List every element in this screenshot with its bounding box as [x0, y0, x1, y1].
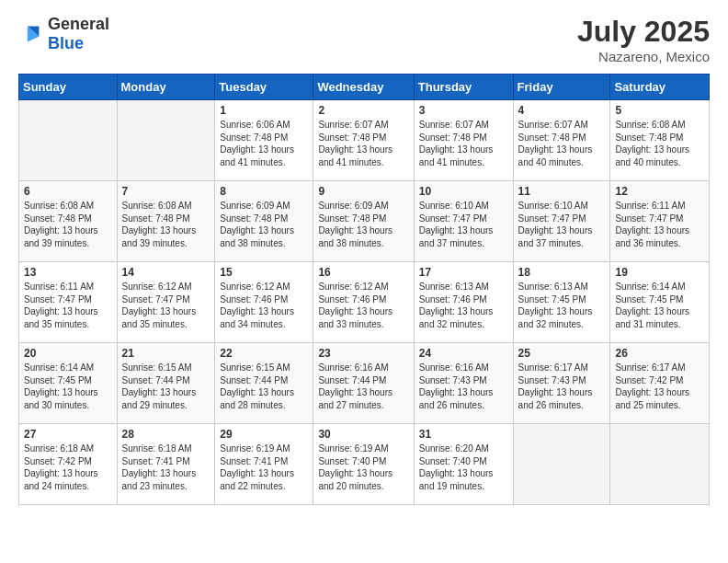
day-info: Sunrise: 6:12 AMSunset: 7:46 PMDaylight:…: [220, 281, 308, 330]
col-thursday: Thursday: [414, 75, 513, 100]
day-number: 26: [615, 347, 704, 360]
calendar-cell: [117, 100, 215, 181]
day-info: Sunrise: 6:10 AMSunset: 7:47 PMDaylight:…: [518, 200, 606, 249]
day-number: 30: [318, 428, 408, 441]
calendar-cell: 18Sunrise: 6:13 AMSunset: 7:45 PMDayligh…: [513, 262, 610, 343]
day-info: Sunrise: 6:16 AMSunset: 7:43 PMDaylight:…: [419, 362, 508, 411]
calendar-cell: [19, 100, 118, 181]
day-number: 21: [122, 347, 210, 360]
calendar-header: Sunday Monday Tuesday Wednesday Thursday…: [19, 75, 710, 100]
calendar-week-5: 27Sunrise: 6:18 AMSunset: 7:42 PMDayligh…: [19, 424, 710, 505]
calendar-cell: 3Sunrise: 6:07 AMSunset: 7:48 PMDaylight…: [414, 100, 513, 181]
day-info: Sunrise: 6:19 AMSunset: 7:40 PMDaylight:…: [318, 442, 408, 492]
day-info: Sunrise: 6:06 AMSunset: 7:48 PMDaylight:…: [220, 119, 308, 168]
calendar-cell: 5Sunrise: 6:08 AMSunset: 7:48 PMDaylight…: [610, 100, 710, 181]
logo-text: General Blue: [48, 15, 109, 53]
header-row: Sunday Monday Tuesday Wednesday Thursday…: [19, 75, 710, 100]
logo-blue: Blue: [48, 34, 84, 52]
page: General Blue July 2025 Nazareno, Mexico …: [0, 0, 728, 563]
col-friday: Friday: [513, 75, 610, 100]
calendar-cell: 12Sunrise: 6:11 AMSunset: 7:47 PMDayligh…: [610, 181, 710, 262]
day-info: Sunrise: 6:08 AMSunset: 7:48 PMDaylight:…: [122, 200, 210, 249]
day-number: 8: [220, 185, 308, 198]
calendar-cell: 10Sunrise: 6:10 AMSunset: 7:47 PMDayligh…: [414, 181, 513, 262]
day-number: 9: [318, 185, 408, 198]
calendar-week-1: 1Sunrise: 6:06 AMSunset: 7:48 PMDaylight…: [19, 100, 710, 181]
col-monday: Monday: [117, 75, 215, 100]
day-number: 18: [518, 266, 606, 279]
logo-general: General: [48, 15, 109, 33]
calendar-cell: 27Sunrise: 6:18 AMSunset: 7:42 PMDayligh…: [19, 424, 118, 505]
day-number: 20: [24, 347, 112, 360]
day-number: 10: [419, 185, 508, 198]
calendar-cell: 29Sunrise: 6:19 AMSunset: 7:41 PMDayligh…: [215, 424, 313, 505]
calendar-cell: 17Sunrise: 6:13 AMSunset: 7:46 PMDayligh…: [414, 262, 513, 343]
day-number: 2: [318, 104, 408, 117]
logo: General Blue: [18, 15, 109, 53]
calendar-cell: 16Sunrise: 6:12 AMSunset: 7:46 PMDayligh…: [313, 262, 414, 343]
day-info: Sunrise: 6:14 AMSunset: 7:45 PMDaylight:…: [24, 362, 112, 411]
day-info: Sunrise: 6:15 AMSunset: 7:44 PMDaylight:…: [220, 362, 308, 411]
calendar-cell: 19Sunrise: 6:14 AMSunset: 7:45 PMDayligh…: [610, 262, 710, 343]
day-info: Sunrise: 6:08 AMSunset: 7:48 PMDaylight:…: [615, 119, 704, 168]
day-number: 14: [122, 266, 210, 279]
day-number: 23: [318, 347, 408, 360]
calendar-cell: 14Sunrise: 6:12 AMSunset: 7:47 PMDayligh…: [117, 262, 215, 343]
day-number: 1: [220, 104, 308, 117]
calendar-cell: 2Sunrise: 6:07 AMSunset: 7:48 PMDaylight…: [313, 100, 414, 181]
calendar-week-2: 6Sunrise: 6:08 AMSunset: 7:48 PMDaylight…: [19, 181, 710, 262]
day-number: 6: [24, 185, 112, 198]
day-info: Sunrise: 6:18 AMSunset: 7:42 PMDaylight:…: [24, 442, 112, 492]
calendar-cell: 26Sunrise: 6:17 AMSunset: 7:42 PMDayligh…: [610, 343, 710, 424]
day-info: Sunrise: 6:09 AMSunset: 7:48 PMDaylight:…: [318, 200, 408, 249]
day-number: 28: [122, 428, 210, 441]
day-number: 22: [220, 347, 308, 360]
day-info: Sunrise: 6:17 AMSunset: 7:42 PMDaylight:…: [615, 362, 704, 411]
day-info: Sunrise: 6:18 AMSunset: 7:41 PMDaylight:…: [122, 442, 210, 492]
day-info: Sunrise: 6:08 AMSunset: 7:48 PMDaylight:…: [24, 200, 112, 249]
calendar-week-4: 20Sunrise: 6:14 AMSunset: 7:45 PMDayligh…: [19, 343, 710, 424]
col-tuesday: Tuesday: [215, 75, 313, 100]
day-info: Sunrise: 6:15 AMSunset: 7:44 PMDaylight:…: [122, 362, 210, 411]
day-number: 27: [24, 428, 112, 441]
col-wednesday: Wednesday: [313, 75, 414, 100]
location: Nazareno, Mexico: [577, 49, 710, 64]
day-number: 25: [518, 347, 606, 360]
day-number: 31: [419, 428, 508, 441]
day-info: Sunrise: 6:20 AMSunset: 7:40 PMDaylight:…: [419, 442, 508, 492]
calendar-cell: 24Sunrise: 6:16 AMSunset: 7:43 PMDayligh…: [414, 343, 513, 424]
day-info: Sunrise: 6:12 AMSunset: 7:47 PMDaylight:…: [122, 281, 210, 330]
day-info: Sunrise: 6:16 AMSunset: 7:44 PMDaylight:…: [318, 362, 408, 411]
day-number: 17: [419, 266, 508, 279]
header: General Blue July 2025 Nazareno, Mexico: [18, 15, 710, 64]
day-info: Sunrise: 6:07 AMSunset: 7:48 PMDaylight:…: [419, 119, 508, 168]
day-number: 12: [615, 185, 704, 198]
logo-icon: [18, 21, 44, 47]
day-info: Sunrise: 6:10 AMSunset: 7:47 PMDaylight:…: [419, 200, 508, 249]
calendar-cell: 15Sunrise: 6:12 AMSunset: 7:46 PMDayligh…: [215, 262, 313, 343]
calendar-cell: 21Sunrise: 6:15 AMSunset: 7:44 PMDayligh…: [117, 343, 215, 424]
calendar-cell: 31Sunrise: 6:20 AMSunset: 7:40 PMDayligh…: [414, 424, 513, 505]
title-block: July 2025 Nazareno, Mexico: [577, 15, 710, 64]
day-number: 5: [615, 104, 704, 117]
col-sunday: Sunday: [19, 75, 118, 100]
day-info: Sunrise: 6:11 AMSunset: 7:47 PMDaylight:…: [615, 200, 704, 249]
day-number: 3: [419, 104, 508, 117]
calendar-cell: 1Sunrise: 6:06 AMSunset: 7:48 PMDaylight…: [215, 100, 313, 181]
day-info: Sunrise: 6:11 AMSunset: 7:47 PMDaylight:…: [24, 281, 112, 330]
day-info: Sunrise: 6:14 AMSunset: 7:45 PMDaylight:…: [615, 281, 704, 330]
day-info: Sunrise: 6:13 AMSunset: 7:46 PMDaylight:…: [419, 281, 508, 330]
calendar-cell: [610, 424, 710, 505]
calendar-cell: [513, 424, 610, 505]
calendar-cell: 9Sunrise: 6:09 AMSunset: 7:48 PMDaylight…: [313, 181, 414, 262]
calendar-cell: 13Sunrise: 6:11 AMSunset: 7:47 PMDayligh…: [19, 262, 118, 343]
calendar-cell: 6Sunrise: 6:08 AMSunset: 7:48 PMDaylight…: [19, 181, 118, 262]
calendar-cell: 4Sunrise: 6:07 AMSunset: 7:48 PMDaylight…: [513, 100, 610, 181]
day-number: 16: [318, 266, 408, 279]
day-info: Sunrise: 6:19 AMSunset: 7:41 PMDaylight:…: [220, 442, 308, 492]
calendar-cell: 25Sunrise: 6:17 AMSunset: 7:43 PMDayligh…: [513, 343, 610, 424]
calendar-cell: 28Sunrise: 6:18 AMSunset: 7:41 PMDayligh…: [117, 424, 215, 505]
day-info: Sunrise: 6:12 AMSunset: 7:46 PMDaylight:…: [318, 281, 408, 330]
calendar: Sunday Monday Tuesday Wednesday Thursday…: [18, 74, 710, 505]
day-number: 7: [122, 185, 210, 198]
